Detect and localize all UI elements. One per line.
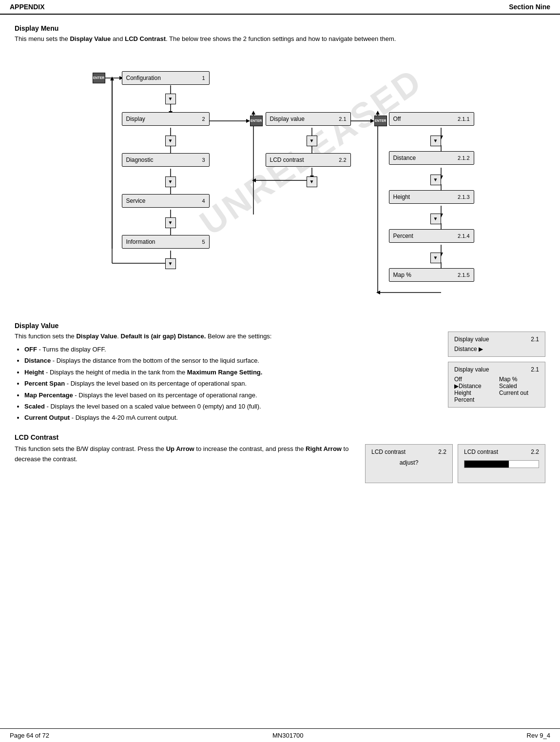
svg-marker-34 bbox=[252, 178, 256, 182]
ib1-content: Distance ▶ bbox=[454, 346, 539, 352]
dv-items-list: OFF - Turns the display OFF. Distance - … bbox=[24, 344, 433, 424]
display-value-title: Display Value bbox=[15, 322, 545, 330]
lcd-box1-content: adjust? bbox=[371, 459, 446, 466]
ib2-col1-item-3: Percent bbox=[454, 396, 494, 403]
lcd-box1-header: LCD contrast 2.2 bbox=[371, 449, 446, 455]
fc-box-service: Service 4 bbox=[122, 194, 210, 208]
dv-item-off: OFF - Turns the display OFF. bbox=[24, 344, 433, 355]
svg-marker-55 bbox=[376, 291, 380, 294]
fc-connector-information: ▼ bbox=[165, 258, 176, 269]
svg-marker-57 bbox=[251, 111, 255, 115]
fc-box-distance: Distance 2.1.2 bbox=[389, 151, 474, 165]
lcd-box2-header: LCD contrast 2.2 bbox=[464, 449, 539, 455]
lcd-box1-num: 2.2 bbox=[438, 449, 446, 455]
dv-item-distance: Distance - Displays the distance from th… bbox=[24, 355, 433, 366]
fc-connector-dv: ▼ bbox=[307, 136, 317, 146]
lcd-box2-title: LCD contrast bbox=[464, 449, 498, 455]
fc-connector-distance: ▼ bbox=[430, 175, 441, 185]
fc-label-distance: Distance bbox=[393, 155, 416, 161]
svg-marker-36 bbox=[370, 119, 374, 123]
lcd-section: LCD Contrast This function sets the B/W … bbox=[15, 433, 545, 483]
fc-num-height: 2.1.3 bbox=[453, 194, 469, 200]
fc-connector-lcd: ▼ bbox=[307, 176, 317, 187]
footer-left: Page 64 of 72 bbox=[10, 732, 49, 739]
lcd-boxes: LCD contrast 2.2 adjust? LCD contrast 2.… bbox=[365, 444, 545, 483]
fc-label-information: Information bbox=[126, 238, 155, 245]
dv-item-current: Current Output - Displays the 4-20 mA cu… bbox=[24, 412, 433, 423]
lcd-box-1: LCD contrast 2.2 adjust? bbox=[365, 444, 453, 483]
fc-box-lcd-contrast: LCD contrast 2.2 bbox=[266, 153, 351, 167]
fc-num-lcd-contrast: 2.2 bbox=[334, 157, 346, 163]
fc-box-height: Height 2.1.3 bbox=[389, 190, 474, 204]
lcd-text: This function sets the B/W display contr… bbox=[15, 444, 350, 465]
fc-box-display: Display 2 bbox=[122, 112, 210, 126]
dv-info-box-1: Display value 2.1 Distance ▶ bbox=[448, 332, 545, 357]
footer-center: MN301700 bbox=[272, 732, 304, 739]
lcd-box-2: LCD contrast 2.2 bbox=[458, 444, 545, 483]
fc-num-display: 2 bbox=[197, 116, 205, 122]
fc-connector-off: ▼ bbox=[430, 136, 441, 146]
fc-num-diagnostic: 3 bbox=[197, 157, 205, 163]
dv-intro-para: This function sets the Display Value. De… bbox=[15, 332, 433, 341]
dv-info-box-2: Display value 2.1 Off ▶Distance Height P… bbox=[448, 362, 545, 408]
dv-text: This function sets the Display Value. De… bbox=[15, 332, 433, 424]
display-value-section: Display Value This function sets the Dis… bbox=[15, 322, 545, 424]
ib2-col1-item-2: Height bbox=[454, 390, 494, 396]
enter-icon-3: ENTER bbox=[374, 116, 387, 126]
ib1-num: 2.1 bbox=[531, 336, 539, 343]
fc-connector-percent: ▼ bbox=[430, 253, 441, 263]
fc-label-diagnostic: Diagnostic bbox=[126, 156, 154, 163]
flowchart: UNRELEASED bbox=[73, 54, 487, 307]
ib2-col1-item-0: Off bbox=[454, 376, 494, 383]
ib2-num: 2.1 bbox=[531, 366, 539, 373]
dv-body: This function sets the Display Value. De… bbox=[15, 332, 545, 424]
fc-box-configuration: Configuration 1 bbox=[122, 71, 210, 85]
ib2-grid: Off ▶Distance Height Percent Map % Scale… bbox=[454, 376, 539, 403]
page-footer: Page 64 of 72 MN301700 Rev 9_4 bbox=[0, 728, 560, 742]
svg-marker-23 bbox=[110, 77, 114, 80]
fc-box-map-pct: Map % 2.1.5 bbox=[389, 268, 474, 282]
fc-num-map-pct: 2.1.5 bbox=[453, 272, 469, 278]
flowchart-container: UNRELEASED bbox=[15, 54, 545, 307]
fc-label-display: Display bbox=[126, 116, 145, 122]
enter-icon-2: ENTER bbox=[250, 116, 263, 126]
svg-marker-56 bbox=[376, 111, 380, 115]
footer-right: Rev 9_4 bbox=[527, 732, 550, 739]
fc-num-configuration: 1 bbox=[197, 75, 205, 81]
fc-num-information: 5 bbox=[197, 239, 205, 245]
fc-num-distance: 2.1.2 bbox=[453, 155, 469, 161]
dv-item-height: Height - Displays the height of media in… bbox=[24, 367, 433, 378]
ib2-header: Display value 2.1 bbox=[454, 366, 539, 373]
ib2-col2: Map % Scaled Current out bbox=[499, 376, 539, 403]
fc-label-configuration: Configuration bbox=[126, 75, 161, 81]
dv-item-map: Map Percentage - Displays the level base… bbox=[24, 390, 433, 401]
ib2-title: Display value bbox=[454, 366, 489, 373]
display-menu-intro: This menu sets the Display Value and LCD… bbox=[15, 34, 545, 44]
lcd-body: This function sets the B/W display contr… bbox=[15, 444, 545, 483]
ib2-col1-item-1: ▶Distance bbox=[454, 383, 494, 390]
main-content: Display Menu This menu sets the Display … bbox=[0, 15, 560, 493]
fc-box-information: Information 5 bbox=[122, 235, 210, 249]
fc-num-display-value: 2.1 bbox=[334, 116, 346, 122]
header-left: APPENDIX bbox=[10, 3, 45, 11]
header-right: Section Nine bbox=[509, 3, 550, 11]
fc-label-off: Off bbox=[393, 116, 401, 122]
fc-label-height: Height bbox=[393, 194, 410, 200]
dv-item-scaled: Scaled - Displays the level based on a s… bbox=[24, 401, 433, 412]
fc-num-service: 4 bbox=[197, 198, 205, 204]
lcd-bar bbox=[464, 461, 509, 468]
fc-box-diagnostic: Diagnostic 3 bbox=[122, 153, 210, 167]
ib2-col2-item-1: Scaled bbox=[499, 383, 539, 390]
ib2-col2-item-0: Map % bbox=[499, 376, 539, 383]
fc-connector-display: ▼ bbox=[165, 136, 176, 146]
fc-box-percent: Percent 2.1.4 bbox=[389, 229, 474, 243]
page-header: APPENDIX Section Nine bbox=[0, 0, 560, 15]
lcd-box1-title: LCD contrast bbox=[371, 449, 406, 455]
fc-label-display-value: Display value bbox=[270, 116, 305, 122]
svg-marker-25 bbox=[246, 119, 250, 123]
fc-label-map-pct: Map % bbox=[393, 272, 411, 278]
fc-connector-service: ▼ bbox=[165, 217, 176, 228]
fc-box-off: Off 2.1.1 bbox=[389, 112, 474, 126]
ib2-col2-item-2: Current out bbox=[499, 390, 539, 396]
ib2-col1: Off ▶Distance Height Percent bbox=[454, 376, 494, 403]
